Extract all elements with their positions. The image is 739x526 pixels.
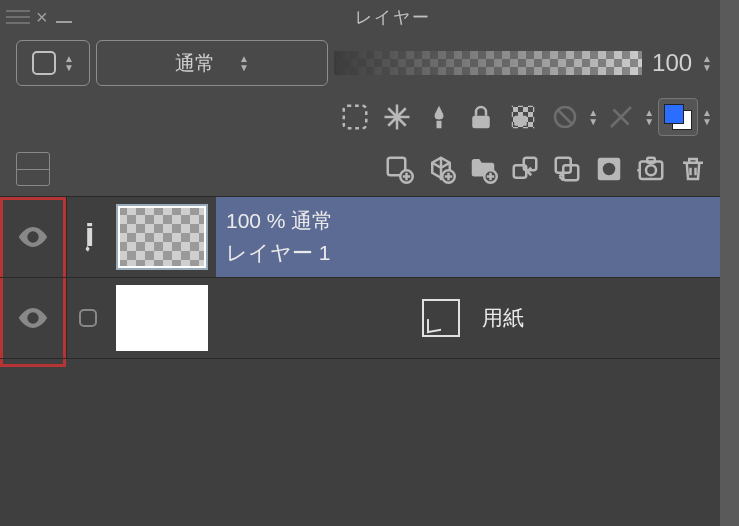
layers-panel: × レイヤー ▲▼ 通常 ▲▼ 100 ▲▼ ▲▼ ▲▼ ▲▼ — [0, 0, 720, 526]
layer-color-button[interactable] — [658, 98, 698, 136]
layer-thumbnail[interactable] — [108, 278, 216, 358]
blend-mode-select[interactable]: 通常 ▲▼ — [96, 40, 328, 86]
panel-title: レイヤー — [72, 6, 714, 29]
apply-mask-icon[interactable] — [632, 150, 670, 188]
layer-row[interactable]: 100 % 通常 レイヤー 1 — [0, 197, 720, 278]
opacity-value[interactable]: 100 — [648, 49, 696, 77]
visibility-toggle[interactable] — [0, 197, 66, 277]
layer-thumbnail[interactable] — [108, 197, 216, 277]
eye-icon — [16, 220, 50, 254]
checkbox-empty-icon — [76, 306, 100, 330]
disable-mask-icon[interactable] — [546, 98, 584, 136]
svg-rect-2 — [473, 116, 491, 129]
titlebar: × レイヤー — [0, 0, 720, 34]
layer-name: 用紙 — [482, 304, 524, 332]
svg-point-21 — [30, 234, 36, 240]
lock-icon[interactable] — [462, 98, 500, 136]
new-3d-layer-icon[interactable] — [422, 150, 460, 188]
layer-info[interactable]: 用紙 — [216, 278, 720, 358]
svg-rect-1 — [437, 121, 442, 129]
blend-row: ▲▼ 通常 ▲▼ 100 ▲▼ — [0, 34, 720, 92]
clip-mask-icon[interactable] — [336, 98, 374, 136]
add-mask-icon[interactable] — [590, 150, 628, 188]
visibility-toggle[interactable] — [0, 278, 66, 358]
new-folder-icon[interactable] — [464, 150, 502, 188]
svg-point-19 — [646, 165, 656, 175]
layer-info[interactable]: 100 % 通常 レイヤー 1 — [216, 197, 720, 277]
layer-actions-toolbar — [0, 142, 720, 196]
minimize-icon[interactable] — [56, 21, 72, 23]
layer-options-toolbar: ▲▼ ▲▼ ▲▼ — [0, 92, 720, 142]
svg-rect-0 — [344, 106, 367, 129]
paper-icon — [422, 299, 460, 337]
mask-stepper[interactable]: ▲▼ — [588, 108, 598, 126]
color-stepper[interactable]: ▲▼ — [702, 108, 712, 126]
palette-color-button[interactable]: ▲▼ — [16, 40, 90, 86]
eye-icon — [16, 301, 50, 335]
scrollbar-track[interactable] — [720, 0, 739, 526]
layer-row[interactable]: 用紙 — [0, 278, 720, 359]
edit-target-toggle[interactable] — [66, 278, 108, 358]
layer-list: 100 % 通常 レイヤー 1 用紙 — [0, 196, 720, 526]
layer-blend-summary: 100 % 通常 — [226, 207, 720, 235]
pencil-icon — [68, 217, 108, 257]
opacity-slider[interactable] — [334, 51, 642, 75]
trash-icon[interactable] — [674, 150, 712, 188]
edit-target-toggle[interactable] — [66, 197, 108, 277]
svg-point-17 — [603, 163, 616, 176]
lock-alpha-icon[interactable] — [504, 98, 542, 136]
svg-point-22 — [30, 315, 36, 321]
opacity-stepper[interactable]: ▲▼ — [702, 54, 712, 72]
merge-layer-icon[interactable] — [548, 150, 586, 188]
panel-view-toggle[interactable] — [16, 152, 50, 186]
blend-mode-label: 通常 — [175, 50, 215, 77]
layer-name: レイヤー 1 — [226, 239, 720, 267]
transfer-layer-icon[interactable] — [506, 150, 544, 188]
shine-icon[interactable] — [378, 98, 416, 136]
svg-rect-6 — [515, 116, 528, 126]
drag-handle-icon[interactable] — [6, 5, 30, 29]
reference-icon[interactable] — [420, 98, 458, 136]
close-icon[interactable]: × — [36, 6, 48, 29]
new-layer-icon[interactable] — [380, 150, 418, 188]
stepper-icon[interactable]: ▲▼ — [64, 54, 74, 72]
chevron-updown-icon: ▲▼ — [239, 54, 249, 72]
enable-ruler-icon[interactable] — [602, 98, 640, 136]
ruler-stepper[interactable]: ▲▼ — [644, 108, 654, 126]
svg-rect-23 — [80, 310, 96, 326]
